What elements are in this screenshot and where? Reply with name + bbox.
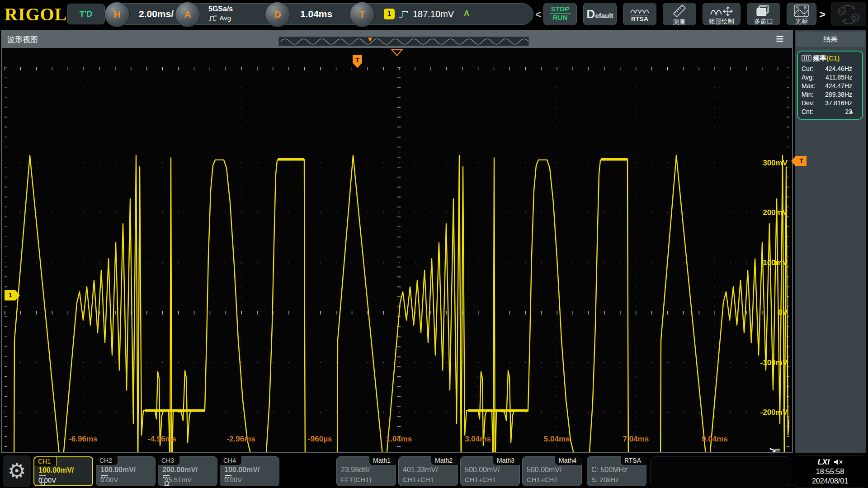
multi-window-button[interactable]: 多窗口 bbox=[747, 3, 780, 25]
measure-button[interactable]: 测量 bbox=[663, 3, 696, 25]
v-axis-label: 100mV bbox=[747, 258, 788, 267]
measurement-row: Max:424.47Hz bbox=[801, 82, 859, 90]
empty-slot bbox=[650, 456, 791, 487]
expand-icon[interactable]: ▲ bbox=[849, 108, 854, 116]
math-expression: CH1+CH1 bbox=[403, 476, 434, 483]
waveform-swap-button[interactable] bbox=[831, 2, 866, 26]
waveform-view-header: 波形视图 ▼ ≡ bbox=[2, 31, 792, 48]
math-scale: 500.00mV/ bbox=[465, 466, 500, 474]
math-tab: Math3 bbox=[493, 456, 520, 465]
windows-icon bbox=[756, 5, 771, 17]
trigger-coupling-flag: A bbox=[464, 4, 469, 23]
rect-draw-button[interactable]: 矩形绘制 bbox=[703, 3, 741, 25]
ch1-waveform-trace bbox=[2, 48, 792, 452]
measurement-row: Dev:37.816Hz bbox=[801, 99, 859, 108]
trigger-level-marker[interactable]: T bbox=[791, 156, 807, 166]
results-panel: 结果 频率(C1) Cur:424.46HzAvg:411.85HzMax:42… bbox=[795, 30, 866, 453]
bottom-status-bar: ⚙ CH1100.00mV/ Ω0.00VCH2100.00mV/ 0.00VC… bbox=[0, 453, 868, 488]
svg-text:N: N bbox=[214, 14, 217, 18]
timebase-overview-bar[interactable]: ▼ bbox=[278, 37, 529, 46]
math-box-math1[interactable]: Math123.98dB/FFT(CH1) bbox=[336, 456, 396, 486]
system-clock-box[interactable]: LXI 18:55:58 2024/08/01 bbox=[794, 455, 866, 488]
channel-box-ch1[interactable]: CH1100.00mV/ Ω0.00V bbox=[33, 456, 93, 486]
math-scale: 23.98dB/ bbox=[341, 466, 370, 474]
results-panel-title[interactable]: 结果 bbox=[796, 32, 865, 47]
rtsa-tab: RTSA bbox=[621, 456, 646, 465]
waveform-view-title: 波形视图 bbox=[7, 34, 38, 45]
swap-waveforms-icon bbox=[836, 4, 861, 24]
timeline-position-marker[interactable]: ▼ bbox=[367, 35, 373, 43]
ruler-icon bbox=[672, 4, 687, 18]
trigger-edge-icon bbox=[398, 9, 410, 19]
v-axis-label: 200mV bbox=[747, 208, 788, 217]
system-date: 2024/08/01 bbox=[794, 477, 866, 486]
rtsa-span: S: 20kHz bbox=[591, 476, 619, 483]
cursor-ab-icon: AB bbox=[794, 5, 809, 17]
graticule-plot-area[interactable]: T 1 300mV200mV100mV0V-100mV-200mV-300mV … bbox=[2, 48, 792, 452]
channel-offset: -95.51mV bbox=[162, 476, 192, 483]
t-axis-label: -960µs bbox=[291, 435, 349, 444]
rtsa-wave-icon bbox=[630, 5, 650, 15]
math-tab: Math4 bbox=[555, 456, 582, 465]
trigger-knob[interactable]: T bbox=[349, 2, 375, 27]
wave-move-icon bbox=[710, 5, 733, 17]
t-axis-label: 3.04ms bbox=[448, 435, 507, 444]
t-axis-label: 7.04ms bbox=[606, 435, 665, 444]
t-axis-label: -4.96ms bbox=[132, 435, 191, 444]
measurement-row: Cur:424.46Hz bbox=[801, 65, 859, 73]
collapse-menu-icon[interactable]: >≡ bbox=[769, 445, 779, 452]
t-axis-label: -6.96ms bbox=[54, 435, 113, 444]
measurement-title: 频率(C1) bbox=[802, 54, 859, 63]
math-box-math4[interactable]: Math4500.00mV/CH1+CH1 bbox=[522, 456, 582, 486]
default-button[interactable]: Default bbox=[583, 3, 617, 25]
menu-icon[interactable]: ≡ bbox=[776, 31, 784, 47]
math-tab: Math2 bbox=[431, 456, 458, 465]
trigger-level: 187.10mV bbox=[413, 4, 454, 24]
toolbar-next-arrow[interactable]: > bbox=[819, 1, 826, 28]
lxi-status: LXI bbox=[794, 458, 866, 467]
channel-box-ch4[interactable]: CH4100.00mV/ 0.00V bbox=[220, 456, 279, 486]
measurement-row: Min:289.38Hz bbox=[801, 90, 859, 99]
math-expression: CH1+CH1 bbox=[465, 476, 496, 483]
stop-run-button[interactable]: STOP RUN bbox=[543, 3, 577, 25]
horizontal-knob[interactable]: H bbox=[104, 2, 130, 27]
gear-icon: ⚙ bbox=[7, 459, 26, 483]
sample-rate: 5GSa/s bbox=[208, 5, 233, 13]
settings-gear-button[interactable]: ⚙ bbox=[3, 455, 31, 487]
delay-knob[interactable]: D bbox=[265, 2, 290, 27]
measurement-card[interactable]: 频率(C1) Cur:424.46HzAvg:411.85HzMax:424.4… bbox=[797, 51, 863, 120]
trigger-position-center-marker[interactable] bbox=[391, 49, 403, 56]
trigger-status-indicator: T'D bbox=[67, 4, 105, 24]
math-scale: 500.00mV/ bbox=[527, 466, 561, 474]
channel-tab: CH3 bbox=[158, 456, 179, 465]
acquire-knob[interactable]: A bbox=[175, 2, 200, 27]
measurement-row: Avg:411.85Hz bbox=[801, 73, 859, 82]
math-box-math3[interactable]: Math3500.00mV/CH1+CH1 bbox=[460, 456, 520, 486]
rtsa-center-freq: C: 500MHz bbox=[591, 466, 627, 474]
toolbar-prev-arrow[interactable]: < bbox=[535, 1, 542, 28]
avg-mode: N Avg bbox=[208, 14, 231, 22]
system-time: 18:55:58 bbox=[794, 467, 866, 477]
channel-box-ch2[interactable]: CH2100.00mV/ 0.00V bbox=[96, 456, 156, 486]
trigger-display[interactable]: 1 187.10mV A bbox=[362, 3, 533, 25]
trigger-source-badge: 1 bbox=[384, 9, 395, 19]
t-axis-label: 9.04ms bbox=[685, 435, 744, 444]
math-expression: CH1+CH1 bbox=[527, 476, 558, 483]
rtsa-box[interactable]: RTSAC: 500MHzS: 20kHz bbox=[587, 456, 646, 486]
channel-tab: CH1 bbox=[34, 457, 57, 466]
channel-tab: CH2 bbox=[96, 456, 118, 465]
t-axis-label: 1.04ms bbox=[369, 435, 428, 444]
v-axis-label: -200mV bbox=[747, 408, 788, 417]
rtsa-button[interactable]: RTSA bbox=[623, 3, 656, 25]
math-box-math2[interactable]: Math2401.33mV/CH1+CH1 bbox=[398, 456, 458, 486]
t-axis-label: 5.04ms bbox=[528, 435, 586, 444]
channel-offset: 0.00V bbox=[224, 476, 242, 483]
t-axis-label: -2.96ms bbox=[212, 435, 270, 444]
cursor-button[interactable]: AB 光标 bbox=[787, 3, 816, 25]
channel-box-ch3[interactable]: CH3200.00mV/ Ω-95.51mV bbox=[158, 456, 217, 486]
v-axis-label: -100mV bbox=[747, 358, 788, 367]
measurement-row: Cnt:23▲ bbox=[801, 108, 859, 116]
channel-offset: 0.00V bbox=[100, 476, 118, 483]
counter-icon bbox=[802, 55, 811, 61]
v-axis-label: 300mV bbox=[747, 159, 788, 168]
